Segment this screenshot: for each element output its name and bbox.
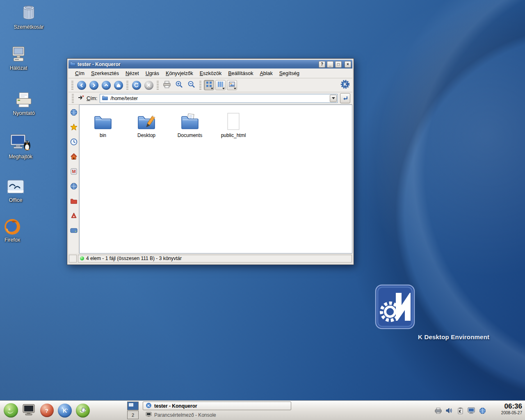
menu-beallitasok[interactable]: Beállítások — [225, 69, 256, 78]
klipper-icon[interactable] — [456, 406, 464, 415]
toolbar-handle[interactable] — [71, 81, 73, 90]
zoom-in-button[interactable] — [173, 80, 185, 91]
office-icon — [0, 176, 33, 196]
desktop-icon-drives[interactable]: Meghajtók — [3, 133, 38, 160]
sidebar-tab-metabar[interactable]: M — [70, 167, 78, 176]
toolbar-separator — [126, 81, 128, 90]
folder-desktop-icon — [125, 109, 168, 130]
clock-date: 2008-05-27 — [501, 411, 522, 415]
menubar: Cím Szerkesztés Nézet Ugrás Könyvjelzők … — [68, 68, 352, 78]
taskbar-clock[interactable]: 06:36 2008-05-27 — [501, 403, 522, 415]
file-name: Desktop — [125, 132, 168, 138]
stop-button[interactable] — [143, 80, 154, 91]
printer-tray-icon[interactable] — [434, 406, 442, 415]
print-button[interactable] — [161, 80, 172, 91]
sidebar-tab-devices[interactable] — [70, 226, 78, 235]
file-item-desktop[interactable]: Desktop — [125, 109, 168, 138]
maximize-button[interactable]: □ — [335, 61, 342, 68]
sidebar-tab-web[interactable] — [70, 108, 78, 116]
menu-szerkesztes[interactable]: Szerkesztés — [88, 69, 122, 78]
window-title: tester - Konqueror — [78, 62, 121, 67]
pager-desktop-1[interactable] — [127, 402, 139, 410]
clear-location-icon[interactable] — [78, 95, 84, 102]
svg-text:K: K — [147, 404, 150, 408]
home-button[interactable] — [113, 80, 124, 91]
zoom-out-button[interactable] — [186, 80, 197, 91]
trash-icon — [11, 3, 46, 23]
menu-ugras[interactable]: Ugrás — [142, 69, 162, 78]
menu-nezet[interactable]: Nézet — [122, 69, 142, 78]
menu-konyvjelzok[interactable]: Könyvjelzők — [162, 69, 196, 78]
pager-desktop-2[interactable]: 2 — [127, 411, 139, 419]
svg-text:K: K — [63, 407, 67, 414]
help-center-button[interactable]: ? — [38, 402, 56, 420]
menu-eszkozok[interactable]: Eszközök — [196, 69, 225, 78]
location-input[interactable]: /home/tester — [110, 96, 328, 101]
forward-button[interactable] — [88, 80, 99, 91]
drives-icon — [3, 133, 38, 153]
network-icon — [1, 44, 36, 64]
reload-icon — [132, 81, 141, 90]
desktop-icon-label: Meghajtók — [3, 154, 38, 160]
file-item-public-html[interactable]: public_html — [212, 109, 255, 138]
kmenu-icon — [4, 403, 18, 418]
chevron-down-icon — [332, 97, 335, 99]
volume-icon[interactable] — [445, 406, 453, 415]
sidebar-tab-network[interactable] — [70, 182, 78, 190]
window-icon — [70, 61, 76, 68]
stop-icon — [144, 81, 153, 90]
sidebar-tab-history[interactable] — [70, 138, 78, 146]
file-view[interactable]: bin Desktop Documents public_html — [79, 105, 352, 253]
show-desktop-button[interactable] — [20, 402, 38, 420]
kde-gear-button[interactable]: K — [340, 80, 351, 91]
desktop-icon-trash[interactable]: Szemétkosár — [11, 3, 46, 30]
location-combobox[interactable]: /home/tester — [100, 94, 338, 103]
blank-file-icon — [212, 109, 255, 130]
up-button[interactable] — [100, 80, 112, 91]
file-item-bin[interactable]: bin — [81, 109, 125, 138]
desktop-icon-firefox[interactable]: Firefox — [0, 216, 30, 243]
sidebar-tab-home[interactable] — [70, 153, 78, 161]
quanta-button[interactable] — [74, 402, 92, 420]
minimize-button[interactable]: _ — [327, 61, 333, 68]
sidebar-tab-bookmarks[interactable] — [70, 123, 78, 131]
dropdown-arrow-icon — [222, 88, 225, 89]
menu-ablak[interactable]: Ablak — [256, 69, 276, 78]
location-label: Cím: — [87, 96, 97, 101]
toolbar: K — [68, 78, 352, 92]
sidebar-tab-services[interactable] — [70, 212, 78, 220]
close-button[interactable]: × — [345, 61, 351, 68]
display-icon[interactable] — [467, 406, 475, 415]
multicolumn-view-button[interactable] — [215, 80, 226, 90]
reload-button[interactable] — [131, 80, 142, 91]
locbar-handle[interactable] — [72, 94, 74, 103]
sidebar-tab-root-folder[interactable] — [70, 197, 78, 205]
location-bar: Cím: /home/tester — [68, 92, 352, 105]
file-item-documents[interactable]: Documents — [168, 109, 212, 138]
task-konsole[interactable]: Parancsértelmező - Konsole — [143, 411, 291, 419]
sidebar: M — [68, 105, 79, 253]
menu-segitseg[interactable]: Segítség — [276, 69, 303, 78]
folder-documents-icon — [168, 109, 212, 130]
desktop-icon-printer[interactable]: Nyomtató — [7, 89, 41, 116]
kmenu-button[interactable] — [2, 402, 20, 420]
titlebar[interactable]: tester - Konqueror ? _ □ × — [68, 60, 352, 68]
desktop-icon-office[interactable]: Office — [0, 176, 33, 203]
statusbar-grip[interactable] — [69, 255, 77, 262]
menu-cim[interactable]: Cím — [72, 69, 88, 78]
network-tray-icon[interactable] — [478, 406, 486, 415]
folder-icon — [81, 109, 125, 130]
help-button[interactable]: ? — [319, 61, 325, 68]
desktop-monitor-icon — [22, 404, 35, 418]
icon-view-button[interactable] — [204, 80, 214, 90]
desktop-icon-network[interactable]: Hálózat — [1, 44, 36, 71]
system-tray — [434, 401, 486, 420]
task-konqueror[interactable]: K tester - Konqueror — [143, 402, 291, 410]
file-name: Documents — [168, 132, 212, 138]
location-dropdown-button[interactable] — [330, 95, 337, 102]
konqueror-button[interactable]: K — [56, 402, 74, 420]
go-button[interactable] — [340, 93, 350, 103]
back-button[interactable] — [76, 80, 87, 91]
preview-view-button[interactable] — [227, 80, 237, 90]
svg-text:K: K — [343, 82, 347, 87]
